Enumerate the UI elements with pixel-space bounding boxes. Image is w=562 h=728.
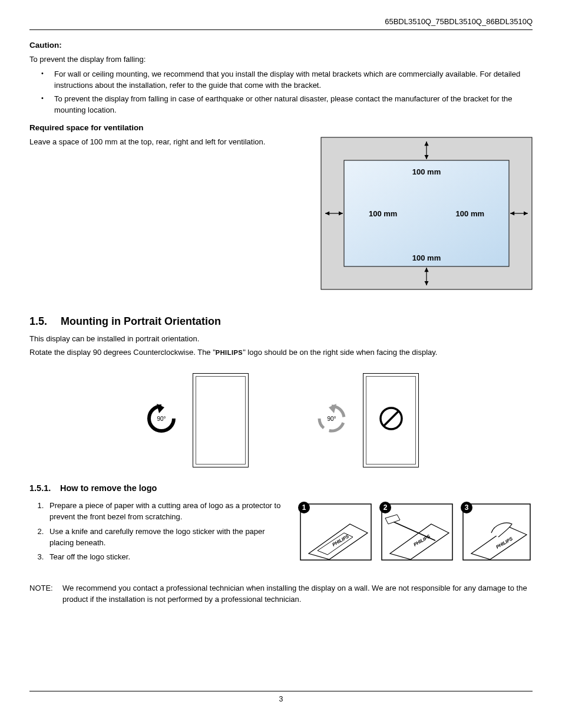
logo-step: Prepare a piece of paper with a cutting … [46, 500, 285, 523]
logo-steps-list: Prepare a piece of paper with a cutting … [29, 500, 285, 566]
portrait-line-1: This display can be installed in portrai… [29, 334, 533, 345]
svg-line-13 [384, 411, 398, 426]
note-block: NOTE: We recommend you contact a profess… [29, 583, 533, 605]
section-title: Mounting in Portrait Orientation [61, 315, 221, 327]
subsection-heading: 1.5.1. How to remove the logo [29, 482, 533, 495]
section-heading: 1.5. Mounting in Portrait Orientation [29, 314, 533, 329]
svg-text:3: 3 [465, 503, 469, 512]
svg-text:100 mm: 100 mm [412, 167, 441, 176]
subsection-number: 1.5.1. [29, 482, 58, 495]
page-number: 3 [279, 695, 283, 703]
portrait-display-icon [363, 373, 419, 467]
caution-bullet: For wall or ceiling mounting, we recomme… [47, 69, 533, 91]
svg-text:90°: 90° [157, 416, 166, 422]
logo-step: Use a knife and carefully remove the log… [46, 526, 285, 549]
ventilation-block: Required space for ventilation Leave a s… [29, 122, 533, 291]
svg-text:2: 2 [384, 503, 388, 512]
logo-removal-row: Prepare a piece of paper with a cutting … [29, 500, 533, 566]
note-label: NOTE: [29, 583, 62, 605]
philips-logo-inline: PHILIPS [216, 349, 243, 356]
svg-text:100 mm: 100 mm [456, 209, 484, 218]
ventilation-heading: Required space for ventilation [29, 122, 533, 134]
logo-step: Tear off the logo sticker. [46, 552, 285, 563]
subsection-title: How to remove the logo [60, 483, 157, 493]
ventilation-diagram: 100 mm 100 mm 100 mm 100 mm [320, 137, 533, 290]
svg-text:100 mm: 100 mm [412, 253, 441, 262]
cw-arrow-icon: 90° [313, 400, 350, 440]
caution-intro: To prevent the display from falling: [29, 54, 533, 65]
portrait-display-icon [193, 373, 249, 467]
ccw-arrow-icon: 90° [143, 400, 180, 440]
rotation-cw-block: 90° [313, 373, 419, 467]
svg-point-12 [381, 408, 402, 429]
caution-bullet: To prevent the display from falling in c… [47, 94, 533, 116]
svg-text:90°: 90° [327, 416, 336, 422]
header-model-line: 65BDL3510Q_75BDL3510Q_86BDL3510Q [29, 17, 533, 30]
portrait-line-2b: " logo should be on the right side when … [243, 348, 437, 357]
portrait-line-2a: Rotate the display 90 degrees Counterclo… [29, 348, 216, 357]
section-1-5: 1.5. Mounting in Portrait Orientation Th… [29, 314, 533, 605]
page-footer: 3 [29, 691, 533, 704]
svg-text:100 mm: 100 mm [369, 209, 397, 218]
portrait-line-2: Rotate the display 90 degrees Counterclo… [29, 347, 533, 358]
prohibited-icon [378, 406, 404, 435]
note-text: We recommend you contact a professional … [62, 583, 533, 605]
ventilation-text: Leave a space of 100 mm at the top, rear… [29, 137, 309, 148]
rotation-diagram-row: 90° 90° [29, 373, 533, 467]
logo-removal-diagram: 1 PHILIPS 2 PHILIPS 3 PHILIPS [297, 500, 533, 565]
svg-text:1: 1 [302, 503, 306, 512]
caution-bullet-list: For wall or ceiling mounting, we recomme… [29, 69, 533, 116]
section-number: 1.5. [29, 314, 58, 329]
rotation-ccw-block: 90° [143, 373, 249, 467]
caution-heading: Caution: [29, 39, 533, 51]
caution-block: Caution: To prevent the display from fal… [29, 39, 533, 116]
